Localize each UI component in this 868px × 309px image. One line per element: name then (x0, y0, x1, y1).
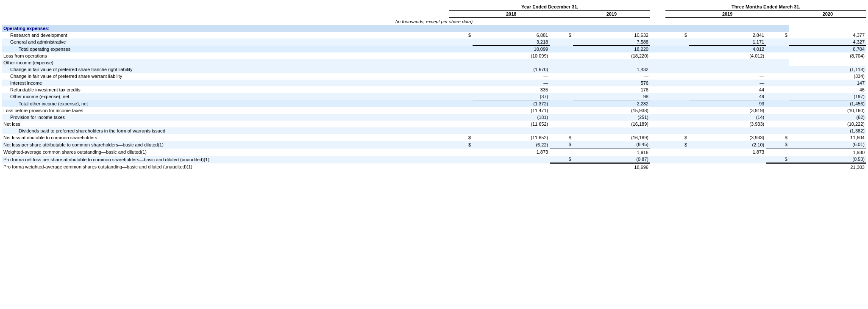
value-cell: (4,012) (689, 52, 766, 59)
value-cell: 4,377 (789, 32, 866, 39)
table-row: Total other income (expense), net(1,372)… (2, 100, 866, 108)
row-label: Research and development (2, 32, 449, 39)
dollar-sign (550, 66, 573, 73)
spacer-cell (650, 86, 665, 93)
value-cell: 10,632 (573, 32, 650, 39)
dollar-sign (665, 86, 689, 93)
dollar-sign: $ (665, 134, 689, 141)
value-cell: (11,471) (473, 107, 550, 114)
value-cell: 1,171 (689, 39, 766, 46)
empty-cell (449, 25, 473, 32)
dollar-sign (550, 114, 573, 121)
dollar-sign (766, 46, 789, 53)
value-cell: (251) (573, 114, 650, 121)
dollar-sign (766, 93, 789, 100)
value-cell: 21,303 (789, 163, 866, 171)
value-cell: (8.45) (573, 141, 650, 149)
dollar-sign (550, 121, 573, 127)
value-cell: 176 (573, 86, 650, 93)
empty-cell (473, 59, 550, 66)
table-row: Net loss(11,652)(16,189)(3,933)(10,222) (2, 121, 866, 127)
row-label: Operating expenses: (2, 25, 449, 32)
col-2019a: 2019 (573, 11, 650, 18)
row-label: Pro forma net loss per share attributabl… (2, 156, 449, 163)
dollar-sign (766, 121, 789, 127)
spacer-cell (650, 141, 665, 149)
value-cell: (1,456) (789, 100, 866, 108)
table-row: Refundable investment tax credits3351764… (2, 86, 866, 93)
value-cell: 98 (573, 93, 650, 100)
spacer-cell (650, 121, 665, 127)
spacer-year (650, 11, 665, 18)
empty-cell (650, 25, 665, 32)
spacer-cell (650, 73, 665, 80)
dollar-sign (766, 114, 789, 121)
dollar-sign (665, 93, 689, 100)
dollar-sign (550, 107, 573, 114)
dollar-sign (665, 73, 689, 80)
consolidated-statement-table: Year Ended December 31, Three Months End… (2, 3, 866, 171)
dollar-sign (766, 163, 789, 171)
dollar-sign: $ (449, 32, 473, 39)
value-cell: 147 (789, 80, 866, 86)
dollar-sign (550, 127, 573, 134)
table-row: Weighted-average common shares outstandi… (2, 149, 866, 156)
value-cell: (0.87) (573, 156, 650, 163)
dollar-sign (550, 86, 573, 93)
spacer-cell (650, 80, 665, 86)
dollar-sign (665, 46, 689, 53)
col-2018: 2018 (473, 11, 550, 18)
table-row: Change in fair value of preferred share … (2, 66, 866, 73)
value-cell: (15,938) (573, 107, 650, 114)
three-months-header: Three Months Ended March 31, (665, 3, 866, 11)
dollar-2020 (766, 11, 789, 18)
row-label: Total operating expenses (2, 46, 449, 53)
empty-cell (766, 25, 789, 32)
value-cell: (10,099) (473, 52, 550, 59)
dollar-sign (550, 52, 573, 59)
dollar-sign (449, 52, 473, 59)
dollar-sign (665, 127, 689, 134)
spacer-cell (650, 163, 665, 171)
dollar-sign (766, 86, 789, 93)
value-cell: (18,220) (573, 52, 650, 59)
column-group-header-row: Year Ended December 31, Three Months End… (2, 3, 866, 11)
table-row: Research and development$6,881$10,632$2,… (2, 32, 866, 39)
value-cell: 1,916 (573, 149, 650, 156)
dollar-sign (665, 39, 689, 46)
financial-table-container: Year Ended December 31, Three Months End… (0, 0, 868, 174)
year-row: 2018 2019 2019 2020 (2, 11, 866, 18)
value-cell: — (573, 73, 650, 80)
dollar-sign: $ (665, 32, 689, 39)
value-cell: — (689, 80, 766, 86)
dollar-sign (550, 100, 573, 108)
dollar-sign (550, 73, 573, 80)
empty-cell (573, 25, 650, 32)
table-row: Provision for income taxes(181)(251)(14)… (2, 114, 866, 121)
dollar-sign (550, 163, 573, 171)
dollar-sign: $ (449, 141, 473, 149)
row-label: Dividends paid to preferred shareholders… (2, 127, 449, 134)
table-row: Dividends paid to preferred shareholders… (2, 127, 866, 134)
subtitle: (in thousands, except per share data) (2, 18, 866, 25)
dollar-sign (449, 100, 473, 108)
value-cell: — (473, 73, 550, 80)
dollar-sign (766, 127, 789, 134)
value-cell: (6.01) (789, 141, 866, 149)
value-cell: (334) (789, 73, 866, 80)
value-cell (689, 163, 766, 171)
value-cell: 49 (689, 93, 766, 100)
row-label: Change in fair value of preferred share … (2, 66, 449, 73)
dollar-sign (665, 66, 689, 73)
value-cell: 2,841 (689, 32, 766, 39)
col-2020: 2020 (789, 11, 866, 18)
value-cell: (1,670) (473, 66, 550, 73)
dollar-sign (449, 107, 473, 114)
value-cell: (1,118) (789, 66, 866, 73)
value-cell: 4,327 (789, 39, 866, 46)
value-cell: 2,282 (573, 100, 650, 108)
value-cell: (3,933) (689, 121, 766, 127)
row-label: Loss before provision for income taxes (2, 107, 449, 114)
dollar-sign (550, 80, 573, 86)
dollar-2018 (449, 11, 473, 18)
